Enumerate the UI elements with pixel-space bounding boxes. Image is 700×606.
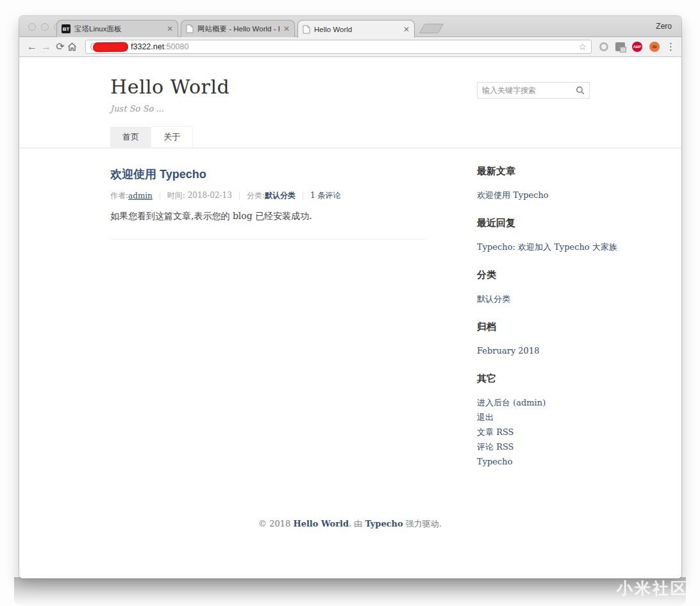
widget-heading: 归档	[477, 321, 590, 333]
search-icon[interactable]	[576, 86, 585, 95]
recent-post-link[interactable]: 欢迎使用 Typecho	[477, 188, 590, 202]
footer-middle-text: . 由	[349, 519, 365, 528]
tab-site-summary[interactable]: 网站概要 - Hello World - Powe ✕	[181, 20, 295, 37]
browser-window: BT 宝塔Linux面板 ✕ 网站概要 - Hello World - Powe…	[19, 16, 681, 578]
widget-heading: 其它	[477, 373, 590, 385]
document-favicon	[303, 25, 310, 34]
address-bar[interactable]: f3322.net :50080 ☆	[85, 40, 592, 54]
url-port: :50080	[164, 42, 188, 51]
minimize-window-button[interactable]	[41, 23, 49, 31]
adblock-plus-icon[interactable]: ABP	[632, 42, 642, 52]
tab-close-icon[interactable]: ✕	[167, 24, 173, 33]
article: 欢迎使用 Typecho 作者: admin 时间: 2018-02-13 分类…	[110, 149, 426, 240]
widget-heading: 最新文章	[477, 165, 590, 177]
recent-comment-link[interactable]: Typecho: 欢迎加入 Typecho 大家族	[477, 240, 590, 254]
browser-toolbar: ← → ⟳ f3322.net :50080 ☆ ABP ∞ ⋮	[19, 37, 681, 57]
post-time: 时间: 2018-02-13	[167, 190, 232, 201]
widget-recent-posts: 最新文章 欢迎使用 Typecho	[477, 165, 590, 202]
widget-categories: 分类 默认分类	[477, 269, 590, 306]
widget-heading: 最近回复	[477, 217, 590, 229]
typecho-link[interactable]: Typecho	[477, 455, 590, 468]
close-window-button[interactable]	[28, 23, 36, 31]
ring-extension-icon[interactable]	[599, 42, 608, 51]
watermark: 小米社区	[617, 578, 688, 599]
site-nav: 首页关于	[19, 127, 681, 149]
baota-favicon: BT	[62, 24, 71, 33]
widget-archives: 归档 February 2018	[477, 321, 590, 357]
profile-name[interactable]: Zero	[656, 22, 672, 31]
admin-link[interactable]: 进入后台 (admin)	[477, 396, 590, 409]
home-icon[interactable]	[67, 42, 81, 51]
tab-strip: BT 宝塔Linux面板 ✕ 网站概要 - Hello World - Powe…	[19, 16, 681, 37]
post-rss-link[interactable]: 文章 RSS	[477, 425, 590, 439]
meta-separator	[239, 192, 240, 200]
category-label: 分类:	[247, 190, 265, 201]
footer-typecho-link[interactable]: Typecho	[365, 519, 403, 528]
page-viewport: Hello World Just So So ... 首页关于 欢迎使用 Typ…	[19, 58, 681, 578]
tab-baota-panel[interactable]: BT 宝塔Linux面板 ✕	[56, 20, 178, 37]
back-icon[interactable]: ←	[25, 42, 39, 52]
tab-close-icon[interactable]: ✕	[403, 25, 410, 34]
comments-link[interactable]: 1 条评论	[310, 190, 340, 201]
category-link[interactable]: 默认分类	[265, 191, 296, 200]
forward-icon[interactable]: →	[39, 42, 53, 52]
bookmark-star-icon[interactable]: ☆	[578, 42, 587, 52]
content-row: 欢迎使用 Typecho 作者: admin 时间: 2018-02-13 分类…	[110, 149, 590, 484]
meta-separator	[160, 192, 160, 200]
comment-rss-link[interactable]: 评论 RSS	[477, 440, 590, 454]
sidebar: 最新文章 欢迎使用 Typecho 最近回复 Typecho: 欢迎加入 Typ…	[477, 149, 590, 484]
widget-recent-comments: 最近回复 Typecho: 欢迎加入 Typecho 大家族	[477, 217, 590, 254]
search-input[interactable]	[482, 86, 576, 95]
footer-suffix-text: 强力驱动.	[403, 519, 442, 528]
post-meta: 作者: admin 时间: 2018-02-13 分类: 默认分类 1 条评论	[110, 190, 426, 201]
document-favicon	[186, 24, 194, 33]
footer-site-link[interactable]: Hello World	[293, 519, 349, 528]
post-body: 如果您看到这篇文章,表示您的 blog 已经安装成功.	[110, 211, 426, 222]
site-subtitle: Just So So ...	[110, 104, 590, 113]
reload-icon[interactable]: ⟳	[53, 42, 67, 52]
post-divider	[110, 239, 426, 240]
author-label: 作者:	[110, 190, 128, 201]
redaction-scribble	[93, 42, 128, 52]
post-title-link[interactable]: 欢迎使用 Typecho	[110, 167, 426, 182]
capture-extension-icon[interactable]	[615, 42, 625, 51]
copyright-text: © 2018	[258, 519, 293, 528]
url-host: f3322.net	[131, 42, 164, 51]
widget-heading: 分类	[477, 269, 590, 281]
orange-extension-icon[interactable]: ∞	[649, 42, 660, 52]
author-link[interactable]: admin	[128, 192, 153, 201]
nav-item-about[interactable]: 关于	[151, 127, 192, 147]
tab-title: 宝塔Linux面板	[74, 24, 163, 34]
window-drop-shadow	[14, 577, 686, 605]
tab-hello-world[interactable]: Hello World ✕	[297, 20, 415, 38]
browser-menu-icon[interactable]: ⋮	[666, 41, 676, 53]
new-tab-button[interactable]	[419, 24, 444, 33]
search-box[interactable]	[477, 82, 590, 99]
meta-separator	[303, 192, 303, 200]
tab-title: 网站概要 - Hello World - Powe	[197, 24, 279, 34]
widget-misc: 其它 进入后台 (admin) 退出 文章 RSS 评论 RSS Typecho	[477, 373, 590, 468]
site-header: Hello World Just So So ...	[110, 58, 590, 113]
tab-close-icon[interactable]: ✕	[283, 24, 290, 33]
extensions-area: ABP ∞	[599, 42, 660, 52]
archive-link[interactable]: February 2018	[477, 344, 590, 357]
site-footer: © 2018 Hello World. 由 Typecho 强力驱动.	[110, 518, 590, 530]
screenshot-stage: 小米社区 BT 宝塔Linux面板 ✕ 网站概要 - Hello World -…	[0, 0, 700, 606]
nav-item-home[interactable]: 首页	[110, 127, 151, 147]
category-link[interactable]: 默认分类	[477, 292, 590, 306]
logout-link[interactable]: 退出	[477, 411, 590, 424]
tab-title: Hello World	[314, 26, 399, 33]
